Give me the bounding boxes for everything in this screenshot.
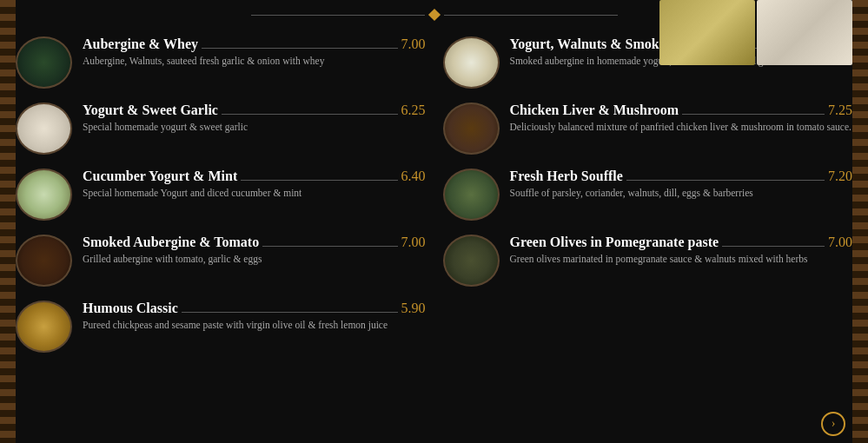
item-title-row-aubergine-whey: Aubergine & Whey7.00 (83, 36, 426, 52)
item-desc-humous-classic: Pureed chickpeas and sesame paste with v… (83, 318, 426, 332)
item-title-row-fresh-herb-souffle: Fresh Herb Souffle7.20 (510, 169, 853, 184)
item-image-smoked-aubergine-tomato (16, 235, 72, 287)
item-desc-aubergine-whey: Aubergine, Walnuts, sauteed fresh garlic… (83, 54, 426, 68)
item-text-aubergine-whey: Aubergine & Whey7.00Aubergine, Walnuts, … (83, 36, 426, 68)
item-image-circle-smoked-aubergine-tomato (16, 235, 72, 287)
item-image-circle-yogurt-walnuts-aubergine (443, 36, 500, 89)
header-image-2 (757, 0, 852, 65)
menu-item-humous-classic: Humous Classic5.90Pureed chickpeas and s… (16, 295, 426, 358)
item-image-chicken-liver-mushroom (443, 102, 500, 155)
item-name-yogurt-sweet-garlic: Yogurt & Sweet Garlic (83, 102, 218, 118)
menu-item-yogurt-sweet-garlic: Yogurt & Sweet Garlic6.25Special homemad… (16, 97, 426, 160)
item-dots-chicken-liver-mushroom (682, 114, 825, 115)
item-price-green-olives-pomegranate: 7.00 (828, 235, 852, 250)
item-desc-fresh-herb-souffle: Souffle of parsley, coriander, walnuts, … (510, 186, 853, 200)
item-dots-aubergine-whey (202, 48, 397, 49)
item-dots-smoked-aubergine-tomato (262, 246, 397, 247)
left-border (0, 0, 16, 443)
item-image-fresh-herb-souffle (443, 169, 500, 221)
item-desc-cucumber-yogurt-mint: Special homemade Yogurt and diced cucumb… (83, 186, 426, 200)
menu-item-cucumber-yogurt-mint: Cucumber Yogurt & Mint6.40Special homema… (16, 163, 426, 226)
item-image-circle-aubergine-whey (16, 36, 72, 89)
header (16, 0, 852, 31)
item-image-circle-yogurt-sweet-garlic (16, 102, 72, 155)
item-name-smoked-aubergine-tomato: Smoked Aubergine & Tomato (83, 235, 259, 250)
item-image-yogurt-sweet-garlic (16, 102, 72, 155)
divider-line-left (251, 15, 425, 16)
right-border (852, 0, 868, 443)
item-text-fresh-herb-souffle: Fresh Herb Souffle7.20Souffle of parsley… (510, 169, 853, 200)
item-title-row-smoked-aubergine-tomato: Smoked Aubergine & Tomato7.00 (83, 235, 426, 250)
main-container: Aubergine & Whey7.00Aubergine, Walnuts, … (16, 0, 852, 443)
menu-item-fresh-herb-souffle: Fresh Herb Souffle7.20Souffle of parsley… (443, 163, 853, 226)
item-dots-fresh-herb-souffle (626, 180, 825, 181)
right-column: Yogurt, Walnuts & Smoked Aubergine6.25Sm… (443, 31, 853, 443)
menu-item-aubergine-whey: Aubergine & Whey7.00Aubergine, Walnuts, … (16, 31, 426, 94)
item-dots-humous-classic (182, 312, 398, 313)
item-price-smoked-aubergine-tomato: 7.00 (401, 235, 426, 250)
item-name-green-olives-pomegranate: Green Olives in Pomegranate paste (510, 235, 719, 250)
left-column: Aubergine & Whey7.00Aubergine, Walnuts, … (16, 31, 426, 443)
item-image-cucumber-yogurt-mint (16, 169, 72, 221)
item-image-circle-cucumber-yogurt-mint (16, 169, 72, 221)
divider-diamond-icon (427, 9, 440, 21)
item-image-humous-classic (16, 301, 72, 353)
content-columns: Aubergine & Whey7.00Aubergine, Walnuts, … (16, 31, 852, 443)
item-image-yogurt-walnuts-aubergine (443, 36, 500, 89)
item-dots-cucumber-yogurt-mint (241, 180, 397, 181)
item-price-humous-classic: 5.90 (401, 301, 426, 316)
header-image-1 (659, 0, 755, 65)
item-dots-yogurt-sweet-garlic (222, 114, 398, 115)
item-price-yogurt-sweet-garlic: 6.25 (401, 102, 426, 118)
item-desc-yogurt-sweet-garlic: Special homemade yogurt & sweet garlic (83, 120, 426, 134)
item-price-chicken-liver-mushroom: 7.25 (828, 102, 852, 118)
item-name-aubergine-whey: Aubergine & Whey (83, 36, 198, 52)
item-price-fresh-herb-souffle: 7.20 (828, 169, 852, 184)
item-desc-chicken-liver-mushroom: Deliciously balanced mixture of panfried… (510, 120, 853, 134)
item-name-cucumber-yogurt-mint: Cucumber Yogurt & Mint (83, 169, 237, 184)
item-name-fresh-herb-souffle: Fresh Herb Souffle (510, 169, 623, 184)
item-title-row-cucumber-yogurt-mint: Cucumber Yogurt & Mint6.40 (83, 169, 426, 184)
item-desc-green-olives-pomegranate: Green olives marinated in pomegranate sa… (510, 252, 853, 266)
item-text-yogurt-sweet-garlic: Yogurt & Sweet Garlic6.25Special homemad… (83, 102, 426, 134)
item-price-cucumber-yogurt-mint: 6.40 (401, 169, 426, 184)
item-title-row-green-olives-pomegranate: Green Olives in Pomegranate paste7.00 (510, 235, 853, 250)
divider-line-right (444, 15, 618, 16)
scroll-button[interactable]: › (821, 412, 845, 436)
item-price-aubergine-whey: 7.00 (401, 36, 426, 52)
item-image-green-olives-pomegranate (443, 235, 500, 287)
item-text-green-olives-pomegranate: Green Olives in Pomegranate paste7.00Gre… (510, 235, 853, 266)
menu-item-smoked-aubergine-tomato: Smoked Aubergine & Tomato7.00Grilled aub… (16, 229, 426, 292)
item-title-row-humous-classic: Humous Classic5.90 (83, 301, 426, 316)
item-text-humous-classic: Humous Classic5.90Pureed chickpeas and s… (83, 301, 426, 332)
item-desc-smoked-aubergine-tomato: Grilled aubergine with tomato, garlic & … (83, 252, 426, 266)
item-image-circle-fresh-herb-souffle (443, 169, 500, 221)
item-name-humous-classic: Humous Classic (83, 301, 178, 316)
item-text-smoked-aubergine-tomato: Smoked Aubergine & Tomato7.00Grilled aub… (83, 235, 426, 266)
header-images (659, 0, 852, 65)
item-dots-green-olives-pomegranate (722, 246, 825, 247)
item-name-chicken-liver-mushroom: Chicken Liver & Mushroom (510, 102, 679, 118)
item-text-cucumber-yogurt-mint: Cucumber Yogurt & Mint6.40Special homema… (83, 169, 426, 200)
item-title-row-chicken-liver-mushroom: Chicken Liver & Mushroom7.25 (510, 102, 853, 118)
item-text-chicken-liver-mushroom: Chicken Liver & Mushroom7.25Deliciously … (510, 102, 853, 134)
item-image-circle-chicken-liver-mushroom (443, 102, 500, 155)
item-title-row-yogurt-sweet-garlic: Yogurt & Sweet Garlic6.25 (83, 102, 426, 118)
item-image-circle-green-olives-pomegranate (443, 235, 500, 287)
menu-item-chicken-liver-mushroom: Chicken Liver & Mushroom7.25Deliciously … (443, 97, 853, 160)
item-image-circle-humous-classic (16, 301, 72, 353)
menu-item-green-olives-pomegranate: Green Olives in Pomegranate paste7.00Gre… (443, 229, 853, 292)
item-image-aubergine-whey (16, 36, 72, 89)
